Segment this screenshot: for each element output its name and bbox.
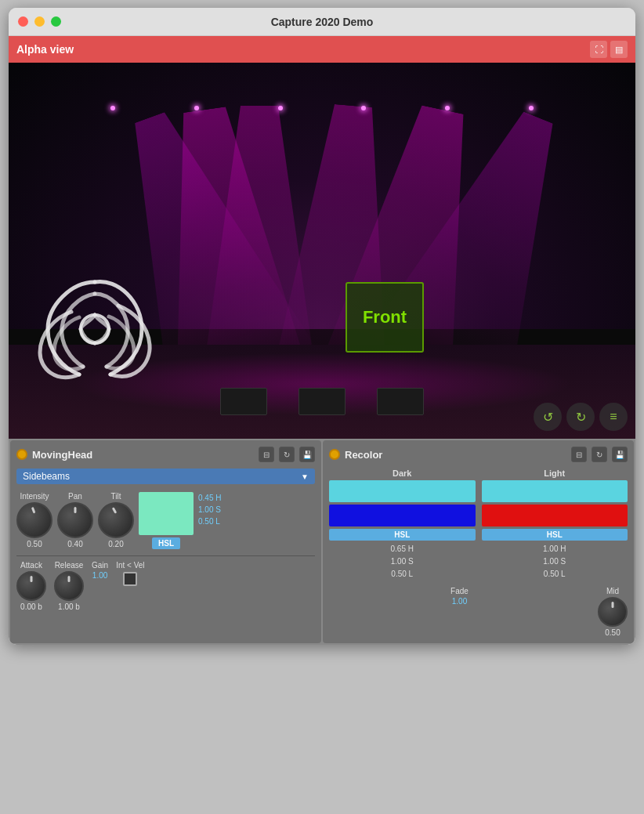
dark-blue-swatch[interactable] bbox=[329, 505, 476, 526]
attack-knob[interactable] bbox=[16, 571, 46, 601]
sidebeams-dropdown[interactable]: Sidebeams ▼ bbox=[16, 469, 315, 484]
main-window: Capture 2020 Demo Alpha view ⛶ ▤ bbox=[9, 8, 635, 645]
int-vel-label: Int < Vel bbox=[116, 561, 144, 570]
recolor-light-col: Light HSL 1.00 H 1.00 S 0.50 L bbox=[482, 469, 628, 581]
maximize-button[interactable] bbox=[51, 16, 61, 27]
gain-label: Gain bbox=[92, 561, 108, 570]
monitor-1 bbox=[220, 388, 267, 415]
minimize-button[interactable] bbox=[34, 16, 45, 27]
chevron-down-icon: ▼ bbox=[301, 472, 309, 481]
fullscreen-icon[interactable]: ⛶ bbox=[590, 41, 607, 58]
window-controls bbox=[18, 16, 61, 27]
gain-group: Gain 1.00 bbox=[92, 561, 108, 580]
color-section: HSL 0.45 H 1.00 S 0.50 L bbox=[139, 492, 315, 549]
pan-group: Pan 0.40 bbox=[57, 492, 93, 548]
hsl-badge[interactable]: HSL bbox=[152, 537, 180, 549]
intensity-knob[interactable] bbox=[16, 502, 52, 538]
pan-label: Pan bbox=[68, 492, 82, 501]
light-dot-4 bbox=[361, 106, 366, 110]
moving-head-refresh-icon[interactable]: ↻ bbox=[279, 447, 295, 462]
release-knob[interactable] bbox=[54, 571, 84, 601]
recolor-panel: Recolor ⊟ ↻ 💾 Dark HSL 0.65 H 1.00 S 0.5… bbox=[323, 440, 634, 643]
dark-l-value: 0.50 L bbox=[391, 568, 414, 581]
light-hsl-badge[interactable]: HSL bbox=[482, 529, 628, 541]
mid-group: Mid 0.50 bbox=[598, 587, 628, 637]
light-s-value: 1.00 S bbox=[543, 555, 566, 568]
monitor-2 bbox=[298, 388, 346, 415]
mid-label: Mid bbox=[606, 587, 619, 595]
intensity-group: Intensity 0.50 bbox=[16, 492, 52, 548]
layout-icon[interactable]: ▤ bbox=[610, 41, 628, 58]
dark-cyan-swatch[interactable] bbox=[329, 480, 476, 502]
recolor-refresh-icon[interactable]: ↻ bbox=[592, 447, 607, 462]
light-dot-1 bbox=[110, 106, 115, 110]
alpha-view-toolbar: ⛶ ▤ bbox=[590, 41, 628, 58]
moving-head-export-icon[interactable]: ⊟ bbox=[259, 447, 274, 462]
titlebar: Capture 2020 Demo bbox=[9, 8, 635, 36]
rotate-left-icon[interactable]: ↺ bbox=[534, 403, 562, 431]
light-h-value: 1.00 H bbox=[543, 543, 566, 555]
light-cyan-swatch[interactable] bbox=[482, 480, 628, 502]
light-dot-5 bbox=[445, 106, 450, 110]
fade-label: Fade bbox=[450, 587, 469, 595]
light-sources bbox=[9, 106, 635, 110]
window-title: Capture 2020 Demo bbox=[271, 16, 374, 28]
light-hsl-values: 1.00 H 1.00 S 0.50 L bbox=[543, 543, 566, 581]
recolor-export-icon[interactable]: ⊟ bbox=[571, 447, 587, 462]
front-label: Front bbox=[346, 282, 424, 353]
light-dot-2 bbox=[194, 106, 199, 110]
attack-group: Attack 0.00 b bbox=[16, 561, 46, 611]
color-swatch-area: HSL bbox=[139, 492, 194, 549]
dropdown-value: Sidebeams bbox=[23, 471, 301, 482]
tilt-group: Tilt 0.20 bbox=[98, 492, 134, 548]
light-l-value: 0.50 L bbox=[543, 568, 566, 581]
recolor-title: Recolor bbox=[345, 449, 566, 461]
attack-row: Attack 0.00 b Release 1.00 b Gain bbox=[16, 561, 315, 611]
viewport-toolbar: ↺ ↻ ≡ bbox=[534, 403, 628, 431]
close-button[interactable] bbox=[18, 16, 28, 27]
pan-knob[interactable] bbox=[57, 502, 93, 538]
tilt-knob[interactable] bbox=[98, 502, 134, 538]
int-vel-group: Int < Vel bbox=[116, 561, 144, 586]
stage-scene: Front ↺ ↻ ≡ bbox=[9, 63, 635, 439]
tilt-value: 0.20 bbox=[108, 540, 123, 548]
fade-group: Fade 1.00 bbox=[329, 587, 590, 606]
panel-divider bbox=[16, 555, 315, 556]
recolor-dark-col: Dark HSL 0.65 H 1.00 S 0.50 L bbox=[329, 469, 476, 581]
attack-label: Attack bbox=[20, 561, 42, 570]
tilt-label: Tilt bbox=[111, 492, 121, 501]
pan-value: 0.40 bbox=[67, 540, 82, 548]
menu-icon[interactable]: ≡ bbox=[599, 403, 628, 431]
release-label: Release bbox=[55, 561, 84, 570]
dark-label: Dark bbox=[393, 469, 411, 478]
main-knob-row: Intensity 0.50 Pan 0.40 Tilt bbox=[16, 492, 315, 549]
mid-value: 0.50 bbox=[605, 628, 620, 637]
fade-value: 1.00 bbox=[452, 597, 467, 606]
dark-s-value: 1.00 S bbox=[391, 555, 414, 568]
stage-monitors bbox=[204, 388, 440, 415]
dark-h-value: 0.65 H bbox=[391, 543, 414, 555]
moving-head-header: MovingHead ⊟ ↻ 💾 bbox=[16, 447, 315, 462]
release-value: 1.00 b bbox=[58, 602, 80, 611]
alpha-view-header: Alpha view ⛶ ▤ bbox=[9, 36, 635, 63]
moving-head-status-dot bbox=[16, 449, 27, 460]
alpha-view-label: Alpha view bbox=[16, 43, 74, 56]
intensity-value: 0.50 bbox=[27, 540, 42, 548]
dark-hsl-badge[interactable]: HSL bbox=[329, 529, 476, 541]
hsl-l-value: 0.50 L bbox=[198, 516, 221, 527]
light-red-swatch[interactable] bbox=[482, 505, 628, 526]
recolor-swatches: Dark HSL 0.65 H 1.00 S 0.50 L Light HSL bbox=[329, 469, 628, 581]
hsl-h-value: 0.45 H bbox=[198, 492, 221, 504]
stage-viewport: Front ↺ ↻ ≡ bbox=[9, 63, 635, 439]
dark-hsl-values: 0.65 H 1.00 S 0.50 L bbox=[391, 543, 414, 581]
color-swatch[interactable] bbox=[139, 492, 194, 535]
hsl-s-value: 1.00 S bbox=[198, 504, 221, 516]
rotate-right-icon[interactable]: ↻ bbox=[566, 403, 595, 431]
mid-knob[interactable] bbox=[598, 597, 628, 627]
moving-head-title: MovingHead bbox=[32, 449, 254, 461]
light-dot-3 bbox=[278, 106, 283, 110]
int-vel-checkbox[interactable] bbox=[123, 572, 137, 586]
moving-head-save-icon[interactable]: 💾 bbox=[299, 447, 315, 462]
recolor-save-icon[interactable]: 💾 bbox=[612, 447, 628, 462]
release-group: Release 1.00 b bbox=[54, 561, 84, 611]
